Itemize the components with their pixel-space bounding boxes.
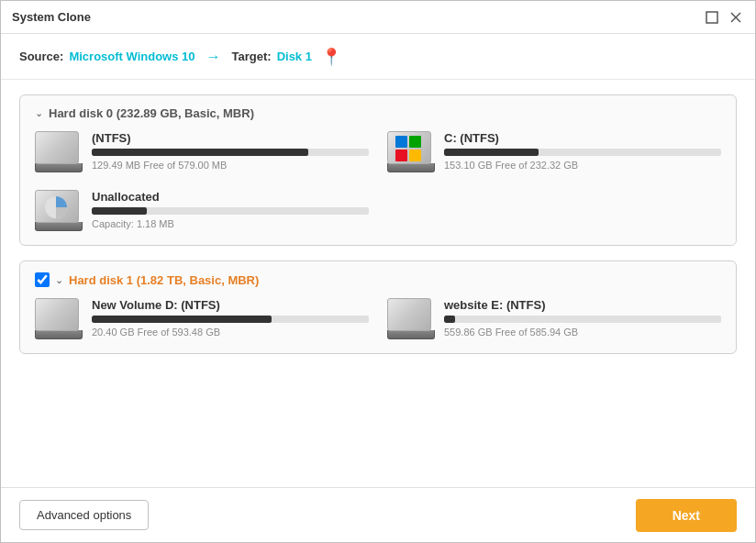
progress-bar-bg (92, 149, 369, 156)
progress-bar-bg (92, 207, 369, 215)
svg-rect-0 (706, 12, 717, 23)
close-button[interactable] (728, 9, 744, 26)
disk0-title: Hard disk 0 (232.89 GB, Basic, MBR) (49, 106, 254, 120)
progress-bar-bg (444, 316, 721, 323)
footer: Advanced options Next (1, 487, 755, 542)
source-label: Source: (19, 50, 63, 63)
partition-free: 559.86 GB Free of 585.94 GB (444, 327, 721, 338)
progress-bar-fill (444, 149, 539, 156)
partition-info-0: (NTFS) 129.49 MB Free of 579.00 MB (92, 131, 369, 171)
partition-name: New Volume D: (NTFS) (92, 298, 369, 312)
drive-icon-c (387, 131, 435, 175)
source-value: Microsoft Windows 10 (69, 50, 195, 63)
disk0-partitions: (NTFS) 129.49 MB Free of 579.00 MB (35, 131, 721, 234)
progress-bar-fill (92, 207, 147, 215)
drive-icon-e (387, 298, 435, 342)
list-item: (NTFS) 129.49 MB Free of 579.00 MB (35, 131, 369, 175)
advanced-options-button[interactable]: Advanced options (19, 500, 149, 530)
disk1-partitions: New Volume D: (NTFS) 20.40 GB Free of 59… (35, 298, 721, 342)
list-item: New Volume D: (NTFS) 20.40 GB Free of 59… (35, 298, 369, 342)
arrow-icon: → (206, 49, 221, 65)
title-controls (704, 9, 744, 26)
progress-bar-fill (92, 316, 272, 323)
partition-name: website E: (NTFS) (444, 298, 721, 312)
next-button[interactable]: Next (636, 499, 737, 532)
target-value: Disk 1 (277, 50, 312, 63)
progress-bar-bg (444, 149, 721, 156)
maximize-button[interactable] (704, 9, 720, 26)
windows-icon (395, 136, 421, 161)
main-window: System Clone Source: Microsoft Windows 1… (0, 0, 756, 543)
target-label: Target: (232, 50, 272, 63)
disk1-header: ⌄ Hard disk 1 (1.82 TB, Basic, MBR) (35, 272, 721, 287)
partition-info-d: New Volume D: (NTFS) 20.40 GB Free of 59… (92, 298, 369, 338)
disk0-header: ⌄ Hard disk 0 (232.89 GB, Basic, MBR) (35, 106, 721, 120)
partition-name: Unallocated (92, 190, 369, 204)
content-area: ⌄ Hard disk 0 (232.89 GB, Basic, MBR) (N… (1, 80, 755, 487)
disk1-title: Hard disk 1 (1.82 TB, Basic, MBR) (69, 273, 259, 287)
disk1-chevron[interactable]: ⌄ (55, 274, 63, 286)
partition-name: C: (NTFS) (444, 131, 721, 145)
disk0-chevron[interactable]: ⌄ (35, 107, 43, 119)
partition-info-e: website E: (NTFS) 559.86 GB Free of 585.… (444, 298, 721, 338)
list-item: Unallocated Capacity: 1.18 MB (35, 190, 369, 234)
progress-bar-bg (92, 316, 369, 323)
partition-info-unalloc: Unallocated Capacity: 1.18 MB (92, 190, 369, 229)
disk-section-1: ⌄ Hard disk 1 (1.82 TB, Basic, MBR) New … (19, 260, 737, 354)
partition-free: 153.10 GB Free of 232.32 GB (444, 160, 721, 171)
partition-free: 129.49 MB Free of 579.00 MB (92, 160, 369, 171)
drive-icon-d (35, 298, 83, 342)
disk1-checkbox[interactable] (35, 272, 50, 287)
title-bar: System Clone (1, 1, 755, 34)
header-bar: Source: Microsoft Windows 10 → Target: D… (1, 34, 755, 80)
drive-icon-0 (35, 131, 83, 175)
window-title: System Clone (12, 10, 91, 24)
partition-name: (NTFS) (92, 131, 369, 145)
pie-chart-icon (43, 194, 69, 220)
progress-bar-fill (92, 149, 308, 156)
progress-bar-fill (444, 316, 455, 323)
list-item: website E: (NTFS) 559.86 GB Free of 585.… (387, 298, 721, 342)
partition-free: Capacity: 1.18 MB (92, 218, 369, 229)
pin-icon: 📍 (321, 47, 341, 67)
list-item: C: (NTFS) 153.10 GB Free of 232.32 GB (387, 131, 721, 175)
disk-section-0: ⌄ Hard disk 0 (232.89 GB, Basic, MBR) (N… (19, 94, 737, 246)
partition-free: 20.40 GB Free of 593.48 GB (92, 327, 369, 338)
partition-info-c: C: (NTFS) 153.10 GB Free of 232.32 GB (444, 131, 721, 171)
drive-icon-unalloc (35, 190, 83, 234)
